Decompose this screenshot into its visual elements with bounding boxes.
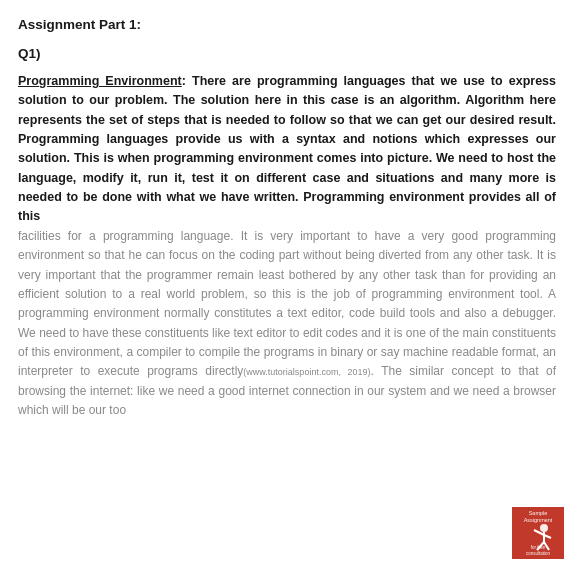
- page-container: Assignment Part 1: Q1) Programming Envir…: [0, 0, 574, 569]
- svg-point-0: [540, 524, 548, 532]
- watermark-box: SampleAssignment for freeconsultation: [512, 507, 564, 559]
- svg-line-3: [544, 535, 551, 538]
- paragraph-faded: facilities for a programming language. I…: [18, 229, 556, 417]
- assignment-title-text: Assignment Part 1:: [18, 17, 141, 32]
- term-underline: Programming Environment: [18, 74, 182, 88]
- watermark-text-top: SampleAssignment: [512, 510, 564, 523]
- assignment-title: Assignment Part 1:: [18, 16, 556, 35]
- watermark-text-bottom: for freeconsultation: [512, 545, 564, 556]
- watermark-inner: SampleAssignment for freeconsultation: [512, 507, 564, 559]
- question-label-text: Q1): [18, 46, 41, 61]
- main-content: Programming Environment: There are progr…: [18, 72, 556, 421]
- citation: (www.tutorialspoint.com, 2019): [243, 367, 370, 377]
- paragraph-bold: : There are programming languages that w…: [18, 74, 556, 224]
- question-label: Q1): [18, 45, 556, 64]
